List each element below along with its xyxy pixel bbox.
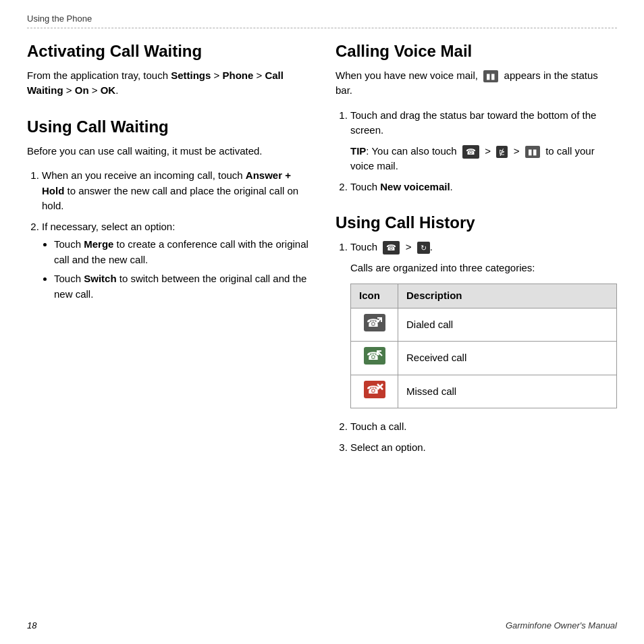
- columns: Activating Call Waiting From the applica…: [27, 42, 617, 474]
- phone-icon-2: ☎: [383, 241, 400, 254]
- left-column: Activating Call Waiting From the applica…: [27, 42, 308, 474]
- call-history-steps: Touch ☎ > ↻. Calls are organized into th…: [336, 240, 617, 455]
- received-icon-cell: ☎: [351, 342, 398, 375]
- missed-icon-cell: ☎: [351, 375, 398, 408]
- using-call-waiting-steps: When an you receive an incoming call, to…: [27, 168, 308, 302]
- call-history-table: Icon Description: [350, 284, 617, 408]
- calling-voicemail-title: Calling Voice Mail: [336, 42, 617, 61]
- step-2-bullets: Touch Merge to create a conference call …: [42, 237, 308, 302]
- missed-call-icon: ☎: [364, 381, 385, 398]
- breadcrumb-text: Using the Phone: [27, 14, 92, 24]
- call-history-step-1: Touch ☎ > ↻. Calls are organized into th…: [350, 240, 617, 408]
- activating-title: Activating Call Waiting: [27, 42, 308, 61]
- received-description: Received call: [398, 342, 617, 375]
- col-icon: Icon: [351, 284, 398, 308]
- voicemail-icon-2: ▮▮: [525, 146, 540, 159]
- calling-voicemail-steps: Touch and drag the status bar toward the…: [336, 108, 617, 195]
- voicemail-icon: ▮▮: [483, 70, 498, 83]
- step-2: If necessary, select an option: Touch Me…: [42, 219, 308, 302]
- voicemail-step-2: Touch New voicemail.: [350, 180, 617, 195]
- dialed-icon-cell: ☎: [351, 308, 398, 342]
- col-description: Description: [398, 284, 617, 308]
- right-column: Calling Voice Mail When you have new voi…: [336, 42, 617, 474]
- grid-icon: ⋭: [496, 146, 508, 159]
- table-header: Icon Description: [351, 284, 617, 308]
- section-activating-call-waiting: Activating Call Waiting From the applica…: [27, 42, 308, 99]
- call-history-title: Using Call History: [336, 213, 617, 233]
- received-call-icon: ☎: [364, 347, 385, 365]
- call-history-step-3: Select an option.: [350, 440, 617, 456]
- phone-icon: ☎: [462, 145, 479, 159]
- breadcrumb: Using the Phone: [27, 14, 617, 28]
- section-using-call-history: Using Call History Touch ☎ > ↻. Calls ar…: [336, 213, 617, 455]
- bullet-switch: Touch Switch to switch between the origi…: [54, 271, 308, 302]
- history-icon: ↻: [417, 242, 430, 254]
- table-body: ☎ Dialed call: [351, 308, 617, 408]
- using-call-waiting-intro: Before you can use call waiting, it must…: [27, 144, 308, 159]
- activating-body: From the application tray, touch Setting…: [27, 68, 308, 99]
- dialed-call-icon: ☎: [364, 314, 385, 331]
- missed-description: Missed call: [398, 375, 617, 408]
- step-1: When an you receive an incoming call, to…: [42, 168, 308, 214]
- section-calling-voice-mail: Calling Voice Mail When you have new voi…: [336, 42, 617, 194]
- section-using-call-waiting: Using Call Waiting Before you can use ca…: [27, 117, 308, 302]
- footer: 18 Garminfone Owner's Manual: [27, 620, 617, 630]
- table-row: ☎ Received call: [351, 342, 617, 375]
- svg-text:☎: ☎: [367, 317, 380, 329]
- dialed-description: Dialed call: [398, 308, 617, 342]
- categories-intro: Calls are organized into three categorie…: [350, 261, 617, 276]
- bullet-merge: Touch Merge to create a conference call …: [54, 237, 308, 267]
- voicemail-step-1: Touch and drag the status bar toward the…: [350, 108, 617, 174]
- calling-voicemail-intro: When you have new voice mail, ▮▮ appears…: [336, 68, 617, 99]
- call-history-step-2: Touch a call.: [350, 419, 617, 435]
- footer-manual-title: Garminfone Owner's Manual: [506, 620, 617, 630]
- footer-page-number: 18: [27, 620, 36, 630]
- table-row: ☎ Missed call: [351, 375, 617, 408]
- table-header-row: Icon Description: [351, 284, 617, 308]
- table-row: ☎ Dialed call: [351, 308, 617, 342]
- using-call-waiting-title: Using Call Waiting: [27, 117, 308, 137]
- page-container: Using the Phone Activating Call Waiting …: [0, 0, 644, 644]
- tip-block: TIP: You can also touch ☎ > ⋭ > ▮▮ to ca…: [350, 144, 617, 174]
